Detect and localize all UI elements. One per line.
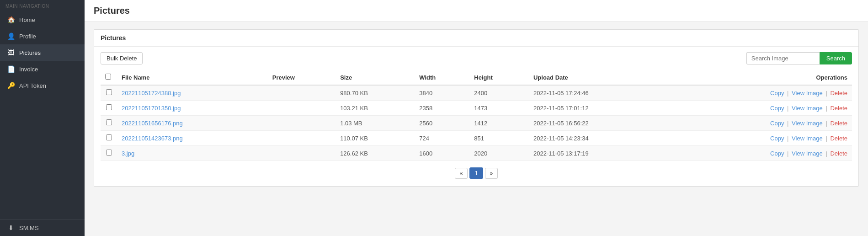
separator: | xyxy=(787,105,788,112)
page-header: Pictures xyxy=(85,0,868,22)
row-upload-date: 2022-11-05 14:23:34 xyxy=(529,131,667,146)
col-operations: Operations xyxy=(667,70,852,85)
sidebar-item-label: Pictures xyxy=(19,49,41,56)
view-image-link[interactable]: View Image xyxy=(792,135,823,142)
sidebar-item-smms[interactable]: ⬇ SM.MS xyxy=(0,220,85,236)
select-all-checkbox[interactable] xyxy=(105,74,111,80)
pictures-panel: Pictures Bulk Delete Search xyxy=(94,29,859,187)
toolbar: Bulk Delete Search xyxy=(101,52,852,64)
filename-link[interactable]: 202211051724388.jpg xyxy=(122,90,181,97)
copy-link[interactable]: Copy xyxy=(770,90,784,97)
row-size: 980.70 KB xyxy=(335,85,415,101)
separator: | xyxy=(825,135,827,142)
row-height: 2020 xyxy=(469,146,529,161)
table-row: 3.jpg 126.62 KB 1600 2020 2022-11-05 13:… xyxy=(101,146,852,161)
row-size: 103.21 KB xyxy=(335,101,415,116)
filename-link[interactable]: 202211051423673.png xyxy=(122,135,183,142)
search-button[interactable]: Search xyxy=(820,52,852,64)
table-row: 202211051701350.jpg 103.21 KB 2358 1473 … xyxy=(101,101,852,116)
sidebar-item-api-token[interactable]: 🔑 API Token xyxy=(0,77,85,94)
row-select-checkbox[interactable] xyxy=(106,134,112,140)
copy-link[interactable]: Copy xyxy=(770,105,784,112)
separator: | xyxy=(787,90,788,97)
row-filename: 202211051423673.png xyxy=(117,131,268,146)
sidebar-item-home[interactable]: 🏠 Home xyxy=(0,11,85,28)
delete-link[interactable]: Delete xyxy=(830,150,847,157)
separator: | xyxy=(825,150,827,157)
row-operations: Copy | View Image | Delete xyxy=(667,85,852,101)
sidebar-item-invoice[interactable]: 📄 Invoice xyxy=(0,61,85,77)
separator: | xyxy=(787,120,788,127)
table-row: 202211051656176.png 1.03 MB 2560 1412 20… xyxy=(101,116,852,131)
view-image-link[interactable]: View Image xyxy=(792,105,823,112)
filename-link[interactable]: 3.jpg xyxy=(122,150,134,157)
page-title: Pictures xyxy=(94,5,130,16)
sidebar-item-label: Invoice xyxy=(19,66,38,73)
table-header-row: File Name Preview Size Width Height Uplo… xyxy=(101,70,852,85)
copy-link[interactable]: Copy xyxy=(770,150,784,157)
separator: | xyxy=(825,90,827,97)
row-operations: Copy | View Image | Delete xyxy=(667,116,852,131)
search-area: Search xyxy=(746,52,852,64)
row-width: 3840 xyxy=(415,85,469,101)
pagination-page-1[interactable]: 1 xyxy=(469,167,483,179)
row-upload-date: 2022-11-05 13:17:19 xyxy=(529,146,667,161)
row-preview xyxy=(268,101,335,116)
row-checkbox xyxy=(101,146,117,161)
view-image-link[interactable]: View Image xyxy=(792,150,823,157)
col-checkbox xyxy=(101,70,117,85)
view-image-link[interactable]: View Image xyxy=(792,120,823,127)
pictures-icon: 🖼 xyxy=(7,49,15,56)
home-icon: 🏠 xyxy=(7,16,15,23)
row-operations: Copy | View Image | Delete xyxy=(667,131,852,146)
bulk-delete-button[interactable]: Bulk Delete xyxy=(101,52,143,64)
copy-link[interactable]: Copy xyxy=(770,120,784,127)
col-height: Height xyxy=(469,70,529,85)
row-checkbox xyxy=(101,85,117,101)
row-height: 851 xyxy=(469,131,529,146)
search-input[interactable] xyxy=(746,52,820,64)
download-icon: ⬇ xyxy=(7,224,15,231)
copy-link[interactable]: Copy xyxy=(770,135,784,142)
pagination-next[interactable]: » xyxy=(485,168,498,179)
user-icon: 👤 xyxy=(7,32,15,40)
pagination: « 1 » xyxy=(101,161,852,181)
col-filename: File Name xyxy=(117,70,268,85)
row-upload-date: 2022-11-05 17:24:46 xyxy=(529,85,667,101)
row-filename: 202211051701350.jpg xyxy=(117,101,268,116)
row-size: 110.07 KB xyxy=(335,131,415,146)
row-height: 1412 xyxy=(469,116,529,131)
row-checkbox xyxy=(101,116,117,131)
pictures-table: File Name Preview Size Width Height Uplo… xyxy=(101,70,852,161)
row-preview xyxy=(268,131,335,146)
row-select-checkbox[interactable] xyxy=(106,89,112,95)
row-upload-date: 2022-11-05 16:56:22 xyxy=(529,116,667,131)
sidebar-item-label: Profile xyxy=(19,33,36,40)
row-height: 1473 xyxy=(469,101,529,116)
row-height: 2400 xyxy=(469,85,529,101)
row-filename: 202211051656176.png xyxy=(117,116,268,131)
delete-link[interactable]: Delete xyxy=(830,120,847,127)
pagination-prev[interactable]: « xyxy=(455,168,468,179)
row-select-checkbox[interactable] xyxy=(106,119,112,125)
delete-link[interactable]: Delete xyxy=(830,90,847,97)
row-filename: 202211051724388.jpg xyxy=(117,85,268,101)
panel-body: Bulk Delete Search File Name xyxy=(94,47,858,186)
row-operations: Copy | View Image | Delete xyxy=(667,101,852,116)
filename-link[interactable]: 202211051656176.png xyxy=(122,120,183,127)
separator: | xyxy=(787,135,788,142)
delete-link[interactable]: Delete xyxy=(830,135,847,142)
row-operations: Copy | View Image | Delete xyxy=(667,146,852,161)
sidebar-item-pictures[interactable]: 🖼 Pictures xyxy=(0,44,85,61)
table-row: 202211051423673.png 110.07 KB 724 851 20… xyxy=(101,131,852,146)
view-image-link[interactable]: View Image xyxy=(792,90,823,97)
col-width: Width xyxy=(415,70,469,85)
sidebar: MAIN NAVIGATION 🏠 Home 👤 Profile 🖼 Pictu… xyxy=(0,0,85,236)
row-select-checkbox[interactable] xyxy=(106,104,112,110)
row-select-checkbox[interactable] xyxy=(106,150,112,156)
key-icon: 🔑 xyxy=(7,82,15,89)
filename-link[interactable]: 202211051701350.jpg xyxy=(122,105,181,112)
sidebar-item-label: API Token xyxy=(19,82,46,89)
delete-link[interactable]: Delete xyxy=(830,105,847,112)
sidebar-item-profile[interactable]: 👤 Profile xyxy=(0,28,85,44)
